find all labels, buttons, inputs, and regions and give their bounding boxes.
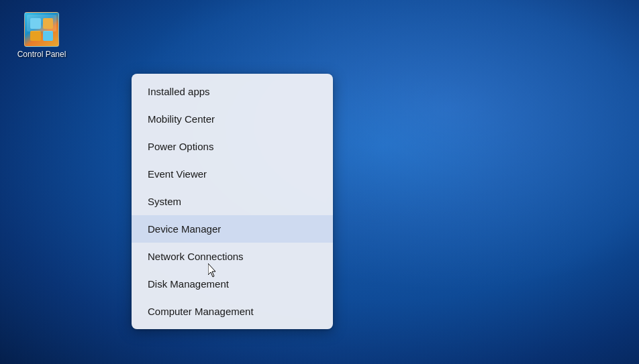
icon-cell-1 <box>30 18 41 29</box>
menu-item-system[interactable]: System <box>132 188 333 215</box>
icon-cell-4 <box>43 31 54 42</box>
menu-item-power-options[interactable]: Power Options <box>132 133 333 160</box>
menu-item-mobility-center[interactable]: Mobility Center <box>132 105 333 133</box>
menu-item-event-viewer[interactable]: Event Viewer <box>132 160 333 188</box>
icon-cell-3 <box>30 31 41 42</box>
menu-item-disk-management[interactable]: Disk Management <box>132 270 333 298</box>
icon-cell-2 <box>43 18 54 29</box>
menu-item-computer-management[interactable]: Computer Management <box>132 298 333 325</box>
control-panel-label: Control Panel <box>17 50 66 60</box>
control-panel-icon-image <box>24 12 59 47</box>
menu-item-device-manager[interactable]: Device Manager <box>132 215 333 243</box>
menu-item-installed-apps[interactable]: Installed apps <box>132 78 333 105</box>
menu-item-network-connections[interactable]: Network Connections <box>132 243 333 270</box>
context-menu: Installed appsMobility CenterPower Optio… <box>132 74 333 329</box>
control-panel-icon[interactable]: Control Panel <box>15 12 68 60</box>
